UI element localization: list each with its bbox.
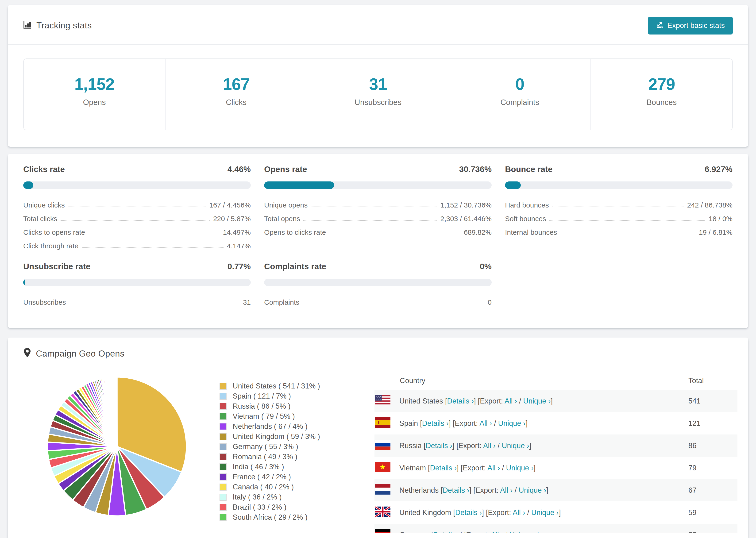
rate-stat-label: Internal bounces [505,228,557,237]
rate-stat-label: Unique clicks [23,201,65,209]
legend-label: Romania ( 49 / 3% ) [233,453,297,461]
country-name: United Kingdom [399,509,451,517]
legend-swatch [220,393,227,400]
legend-label: Canada ( 40 / 2% ) [233,483,294,491]
country-name: Germany [399,531,429,533]
details-link[interactable]: Details › [430,464,457,472]
rate-value: 0% [480,262,492,271]
export-all-link[interactable]: All › [500,486,513,494]
legend-swatch [220,514,227,521]
country-cell-text: Spain [Details ›] [Export: All › / Uniqu… [399,419,527,428]
export-basic-stats-button[interactable]: Export basic stats [648,17,733,34]
legend-label: Vietnam ( 79 / 5% ) [233,412,295,421]
rate-progress-bar [264,279,492,286]
stat-box-unsubscribes: 31Unsubscribes [307,59,449,130]
export-unique-link[interactable]: Unique › [506,464,533,472]
legend-item-united-kingdom: United Kingdom ( 59 / 3% ) [220,431,342,442]
details-link[interactable]: Details › [433,531,460,533]
total-column-header: Total [688,377,737,385]
export-unique-link[interactable]: Unique › [510,531,537,533]
rate-title: Unsubscribe rate [23,262,90,271]
total-cell: 59 [688,509,737,517]
legend-item-brazil: Brazil ( 33 / 2% ) [220,502,342,512]
details-link[interactable]: Details › [422,419,449,427]
legend-label: United States ( 541 / 31% ) [233,382,320,390]
export-unique-link[interactable]: Unique › [498,419,525,427]
stat-label: Clicks [166,98,307,107]
export-unique-link[interactable]: Unique › [519,486,546,494]
dotted-leader [68,207,206,207]
rate-stat-label: Unique opens [264,201,307,209]
rate-stat-row: Opens to clicks rate689.82% [264,223,492,237]
section-title: Campaign Geo Opens [36,349,125,359]
stat-box-bounces: 279Bounces [590,59,732,130]
rate-stat-value: 689.82% [464,228,492,237]
rate-value: 30.736% [459,165,492,174]
table-row-netherlands: Netherlands [Details ›] [Export: All › /… [374,479,737,501]
legend-label: India ( 46 / 3% ) [233,463,284,471]
rate-stat-label: Soft bounces [505,215,546,223]
export-all-link[interactable]: All › [491,531,503,533]
legend-label: Brazil ( 33 / 2% ) [233,503,287,511]
legend-item-south-africa: South Africa ( 29 / 2% ) [220,512,342,522]
export-prefix: [Export: [457,442,482,450]
table-row-vietnam: Vietnam [Details ›] [Export: All › / Uni… [374,457,737,479]
table-row-united-kingdom: United Kingdom [Details ›] [Export: All … [374,501,737,524]
stat-label: Bounces [591,98,732,107]
rate-stat-label: Click through rate [23,242,79,250]
rate-stat-value: 19 / 6.81% [699,228,732,237]
rate-stat-value: 167 / 4.456% [209,201,251,209]
rate-stat-label: Total clicks [23,215,57,223]
stat-value: 31 [307,75,449,94]
export-all-link[interactable]: All › [479,419,492,427]
es-flag-icon [374,417,391,430]
table-row-russia: Russia [Details ›] [Export: All › / Uniq… [374,435,737,457]
dotted-leader [303,304,484,304]
rates-grid: Clicks rate4.46%Unique clicks167 / 4.456… [23,165,733,306]
export-all-link[interactable]: All › [483,442,496,450]
legend-label: Russia ( 86 / 5% ) [233,402,291,410]
rate-stat-label: Opens to clicks rate [264,228,326,237]
export-unique-link[interactable]: Unique › [531,509,559,517]
rate-stat-value: 18 / 0% [709,215,732,223]
details-link[interactable]: Details › [443,486,469,494]
rate-progress-bar [505,182,732,189]
export-all-link[interactable]: All › [487,464,500,472]
rate-head: Complaints rate0% [264,262,492,271]
legend-item-italy: Italy ( 36 / 2% ) [220,492,342,502]
stat-label: Unsubscribes [307,98,449,107]
legend-label: France ( 42 / 2% ) [233,473,291,481]
details-link[interactable]: Details › [455,509,482,517]
rate-stat-row: Internal bounces19 / 6.81% [505,223,732,237]
de-flag-icon [374,529,391,533]
country-cell-text: United Kingdom [Details ›] [Export: All … [399,509,561,517]
legend-swatch [220,453,227,460]
rate-title: Bounce rate [505,165,553,174]
rate-block-unsubscribe-rate: Unsubscribe rate0.77%Unsubscribes31 [23,262,251,306]
export-all-link[interactable]: All › [505,397,517,405]
rate-stat-value: 2,303 / 61.446% [440,215,492,223]
ru-flag-icon [374,440,391,452]
details-link[interactable]: Details › [447,397,474,405]
rate-progress-bar [23,279,251,286]
dotted-leader [549,220,705,221]
legend-label: Netherlands ( 67 / 4% ) [233,422,307,431]
rate-stat-label: Total opens [264,215,300,223]
page-title: Tracking stats [36,21,92,30]
rate-stat-row: Hard bounces242 / 86.738% [505,195,732,209]
export-unique-link[interactable]: Unique › [502,442,529,450]
country-name: United States [399,397,443,405]
rate-stat-row: Unique opens1,152 / 30.736% [264,195,492,209]
legend-label: Italy ( 36 / 2% ) [233,493,282,501]
rate-stat-row: Total clicks220 / 5.87% [23,209,251,223]
export-prefix: [Export: [460,464,486,472]
legend-item-canada: Canada ( 40 / 2% ) [220,482,342,492]
export-all-link[interactable]: All › [513,509,525,517]
export-icon [656,21,664,30]
legend-item-vietnam: Vietnam ( 79 / 5% ) [220,411,342,421]
export-unique-link[interactable]: Unique › [523,397,551,405]
legend-label: South Africa ( 29 / 2% ) [233,513,307,521]
details-link[interactable]: Details › [426,442,453,450]
stat-box-opens: 1,152Opens [24,59,165,130]
rates-card: Clicks rate4.46%Unique clicks167 / 4.456… [8,154,748,328]
